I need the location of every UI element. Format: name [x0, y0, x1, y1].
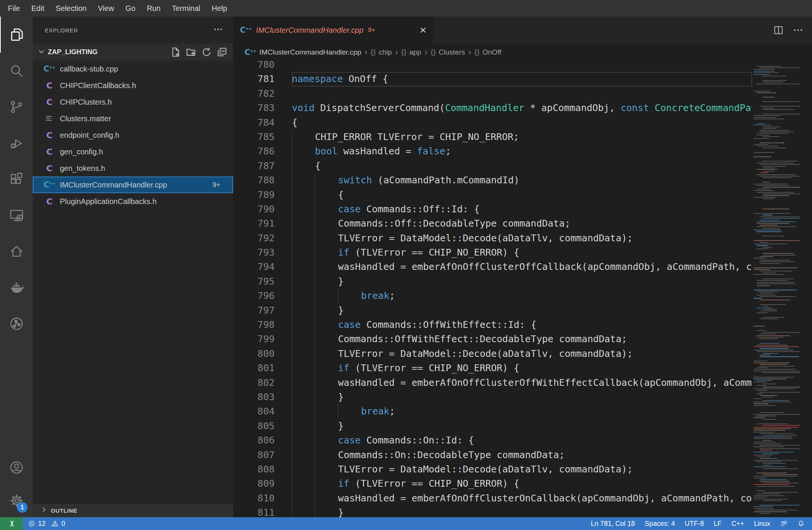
code-line-807[interactable]: 807Commands::On::DecodableType commandDa… [233, 448, 752, 462]
menu-item-terminal[interactable]: Terminal [166, 0, 206, 17]
code-line-811[interactable]: 811} [233, 506, 752, 517]
sidebar-header: EXPLORER [33, 17, 233, 44]
code-line-794[interactable]: 794wasHandled = emberAfOnOffClusterOffCa… [233, 260, 752, 274]
code-line-810[interactable]: 810wasHandled = emberAfOnOffClusterOnCal… [233, 491, 752, 506]
breadcrumb-item-chip[interactable]: {}chip [371, 48, 392, 56]
breadcrumb-item-clusters[interactable]: {}Clusters [431, 48, 465, 56]
sidebar-item-gen-config-h[interactable]: Cgen_config.h [33, 143, 233, 160]
folder-section-header[interactable]: ZAP_LIGHTING [33, 44, 233, 61]
collapse-all-icon[interactable] [216, 46, 228, 58]
code-line-809[interactable]: 809if (TLVError == CHIP_NO_ERROR) { [233, 477, 752, 491]
remote-indicator[interactable] [0, 517, 23, 530]
code-line-804[interactable]: 804break; [233, 404, 752, 419]
indent-guide [338, 404, 361, 419]
code-line-789[interactable]: 789{ [233, 188, 752, 202]
activity-bar-accounts[interactable] [0, 451, 33, 484]
activity-bar-docker[interactable] [0, 270, 33, 306]
activity-bar-settings[interactable]: 1 [0, 484, 33, 517]
activity-bar-extensions[interactable] [0, 161, 33, 197]
more-actions-icon[interactable] [792, 24, 804, 36]
new-file-icon[interactable] [170, 46, 182, 58]
code-line-801[interactable]: 801if (TLVError == CHIP_NO_ERROR) { [233, 361, 752, 375]
sidebar-item-chipclientcallbacks-h[interactable]: CCHIPClientCallbacks.h [33, 77, 233, 94]
menu-item-go[interactable]: Go [120, 0, 141, 17]
status-end-of-line[interactable]: LF [709, 517, 727, 530]
status-bar: 120 Ln 781, Col 18Spaces: 4UTF-8LFC++Lin… [0, 517, 812, 530]
namespace-icon: {} [475, 48, 480, 56]
menu-item-help[interactable]: Help [206, 0, 233, 17]
code-line-800[interactable]: 800TLVError = DataModel::Decode(aDataTlv… [233, 347, 752, 361]
code-line-791[interactable]: 791Commands::Off::DecodableType commandD… [233, 216, 752, 231]
more-actions-icon[interactable] [213, 24, 223, 36]
new-folder-icon[interactable] [185, 46, 197, 58]
sidebar-item-imclustercommandhandler-cpp[interactable]: C++IMClusterCommandHandler.cpp9+ [33, 177, 233, 193]
code-line-805[interactable]: 805} [233, 419, 752, 433]
code-line-780[interactable]: 780 [233, 61, 752, 72]
sidebar-item-pluginapplicationcallbacks-h[interactable]: CPluginApplicationCallbacks.h [33, 193, 233, 210]
status-remote-os[interactable]: Linux [749, 517, 775, 530]
close-tab-icon[interactable]: × [414, 24, 426, 36]
menu-item-selection[interactable]: Selection [50, 0, 92, 17]
status-cursor-position[interactable]: Ln 781, Col 18 [586, 517, 640, 530]
code-line-content: switch (aCommandPath.mCommandId) [292, 173, 752, 187]
status-encoding[interactable]: UTF-8 [680, 517, 709, 530]
menu-item-file[interactable]: File [2, 0, 26, 17]
status-feedback[interactable] [775, 517, 792, 530]
code-line-802[interactable]: 802wasHandled = emberAfOnOffClusterOffWi… [233, 376, 752, 390]
status-notifications[interactable] [792, 517, 810, 530]
activity-bar-git-graph[interactable] [0, 306, 33, 342]
problems-status[interactable]: 120 [23, 517, 70, 530]
activity-bar-run-and-debug[interactable] [0, 125, 33, 161]
code-line-796[interactable]: 796break; [233, 289, 752, 303]
code-line-797[interactable]: 797} [233, 303, 752, 318]
code-line-798[interactable]: 798case Commands::OffWithEffect::Id: { [233, 318, 752, 332]
activity-bar-search[interactable] [0, 53, 33, 89]
activity-bar-home[interactable] [0, 233, 33, 270]
sidebar-item-clusters-matter[interactable]: Clusters.matter [33, 110, 233, 127]
indent-guide [315, 303, 338, 318]
outline-section-header[interactable]: OUTLINE [33, 503, 233, 517]
breadcrumb-item-onoff[interactable]: {}OnOff [475, 48, 501, 56]
sidebar-item-gen-tokens-h[interactable]: Cgen_tokens.h [33, 160, 233, 177]
code-line-785[interactable]: 785CHIP_ERROR TLVError = CHIP_NO_ERROR; [233, 130, 752, 144]
code-line-790[interactable]: 790case Commands::Off::Id: { [233, 202, 752, 216]
code-line-792[interactable]: 792TLVError = DataModel::Decode(aDataTlv… [233, 231, 752, 245]
c-file-icon: C [44, 81, 55, 90]
line-number: 792 [233, 231, 275, 245]
breadcrumb-item-app[interactable]: {}app [401, 48, 421, 56]
code-line-795[interactable]: 795} [233, 274, 752, 289]
sidebar-item-callback-stub-cpp[interactable]: C++callback-stub.cpp [33, 61, 233, 77]
indent-guide [292, 260, 315, 274]
activity-bar-explorer[interactable] [0, 17, 33, 53]
code-editor[interactable]: 780781namespace OnOff {782783void Dispat… [233, 61, 812, 517]
breadcrumb-item-imclustercommandhandler-cpp[interactable]: C++IMClusterCommandHandler.cpp [244, 48, 361, 57]
code-line-808[interactable]: 808TLVError = DataModel::Decode(aDataTlv… [233, 462, 752, 477]
indent-guide [292, 130, 315, 144]
tab-imclustercommandhandler-cpp[interactable]: C++ IMClusterCommandHandler.cpp 9+ × [233, 17, 433, 44]
code-line-793[interactable]: 793if (TLVError == CHIP_NO_ERROR) { [233, 245, 752, 260]
menu-item-view[interactable]: View [92, 0, 120, 17]
status-indentation[interactable]: Spaces: 4 [640, 517, 680, 530]
code-line-784[interactable]: 784{ [233, 116, 752, 130]
split-editor-icon[interactable] [773, 24, 784, 36]
activity-bar-source-control[interactable] [0, 89, 33, 125]
menu-item-run[interactable]: Run [141, 0, 166, 17]
code-line-799[interactable]: 799Commands::OffWithEffect::DecodableTyp… [233, 332, 752, 346]
code-line-806[interactable]: 806case Commands::On::Id: { [233, 433, 752, 448]
refresh-icon[interactable] [201, 46, 212, 58]
code-line-803[interactable]: 803} [233, 390, 752, 404]
code-line-788[interactable]: 788switch (aCommandPath.mCommandId) [233, 173, 752, 187]
status-language-mode[interactable]: C++ [727, 517, 749, 530]
code-line-782[interactable]: 782 [233, 87, 752, 101]
code-line-783[interactable]: 783void DispatchServerCommand(CommandHan… [233, 101, 752, 115]
line-number: 783 [233, 101, 275, 115]
activity-bar-remote-explorer[interactable] [0, 197, 33, 233]
sidebar-item-chipclusters-h[interactable]: CCHIPClusters.h [33, 94, 233, 110]
code-line-786[interactable]: 786bool wasHandled = false; [233, 144, 752, 158]
code-line-787[interactable]: 787{ [233, 159, 752, 173]
sidebar-item-endpoint-config-h[interactable]: Cendpoint_config.h [33, 127, 233, 143]
minimap[interactable] [752, 61, 803, 517]
menu-item-edit[interactable]: Edit [26, 0, 50, 17]
remote-explorer-icon [9, 207, 24, 223]
code-line-781[interactable]: 781namespace OnOff { [233, 72, 752, 86]
